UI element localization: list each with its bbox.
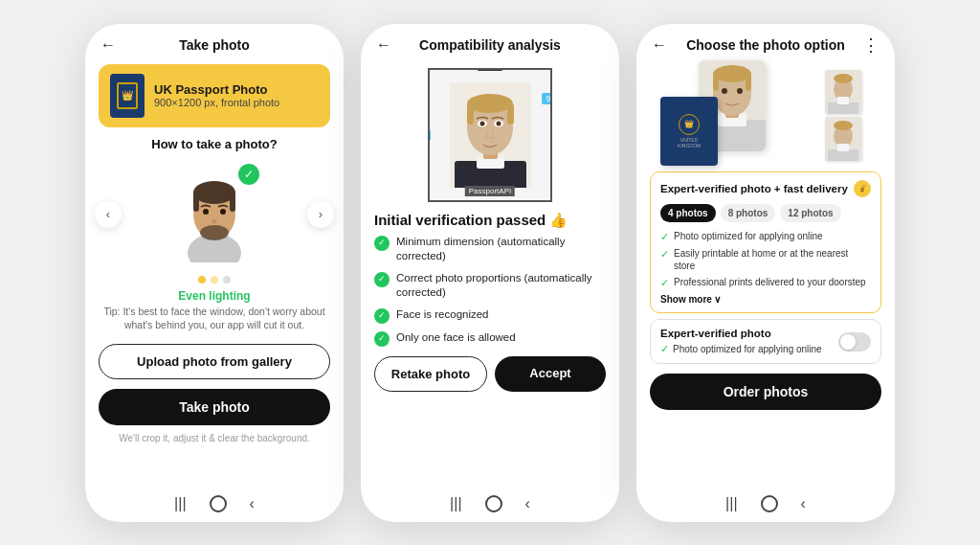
compat-photo-area: 900 100 96 %	[361, 60, 619, 212]
passport-crest-icon: 👑	[122, 90, 133, 101]
expert-feature-text: Photo optimized for applying online	[673, 344, 822, 354]
face-analysis-illustration	[450, 82, 531, 188]
nav-menu-icon[interactable]: |||	[174, 495, 186, 512]
upload-gallery-button[interactable]: Upload photo from gallery	[99, 344, 330, 379]
check-text-2: Correct photo proportions (automatically…	[396, 271, 606, 301]
feature-text-2: Easily printable at home or at the neare…	[674, 247, 871, 272]
expert-title-text: Expert-verified photo + fast delivery	[660, 183, 848, 194]
carousel-area: ‹	[85, 157, 344, 272]
feature-item-1: ✓ Photo optimized for applying online	[660, 230, 871, 243]
svg-point-9	[212, 219, 217, 223]
passport-badge[interactable]: 👑 UK Passport Photo 900×1200 px, frontal…	[99, 64, 330, 127]
check-item-3: ✓ Face is recognized	[374, 307, 606, 324]
face-wrapper: ✓	[171, 162, 257, 266]
check-green-3: ✓	[660, 276, 669, 289]
screen-choose-option: ← Choose the photo option ⋮	[636, 24, 895, 522]
screen-compatibility: ← Compatibility analysis 900 100 96 %	[361, 24, 619, 522]
dimension-top-label: 900	[477, 68, 502, 71]
svg-point-31	[737, 88, 743, 94]
nav-bar-s1: ||| ‹	[85, 488, 344, 522]
feature-list: ✓ Photo optimized for applying online ✓ …	[660, 230, 871, 290]
nav-menu-icon-s2[interactable]: |||	[450, 495, 461, 512]
strip-photo-1	[825, 70, 861, 114]
passport-text-small: UNITEDKINGDOM	[678, 137, 701, 148]
nav-back-icon[interactable]: ‹	[250, 495, 255, 512]
lighting-tip: Tip: It's best to face the window, don't…	[85, 305, 344, 332]
how-to-title: How to take a photo?	[85, 137, 344, 151]
photo-tabs: 4 photos 8 photos 12 photos	[660, 204, 871, 222]
crop-note: We'll crop it, adjust it & clear the bac…	[85, 433, 344, 447]
more-button-s3[interactable]: ⋮	[862, 34, 880, 56]
passport-inner: 👑	[117, 82, 138, 109]
svg-rect-29	[746, 74, 751, 91]
svg-point-39	[834, 121, 853, 130]
svg-point-34	[834, 74, 853, 83]
check-icon-1: ✓	[374, 236, 390, 251]
back-button-s2[interactable]: ←	[376, 36, 391, 54]
back-button-s3[interactable]: ←	[652, 36, 667, 54]
check-green-1: ✓	[660, 230, 669, 243]
carousel-prev[interactable]: ‹	[95, 201, 122, 228]
svg-point-19	[479, 121, 484, 125]
svg-point-8	[220, 209, 226, 215]
nav-home-icon-s2[interactable]	[485, 495, 502, 512]
feature-item-2: ✓ Easily printable at home or at the nea…	[660, 247, 871, 272]
passport-api-label: PassportAPI	[465, 186, 515, 196]
nav-home-icon-s3[interactable]	[761, 495, 778, 512]
nav-menu-icon-s3[interactable]: |||	[725, 495, 737, 512]
svg-rect-41	[837, 144, 849, 151]
face-in-box	[447, 82, 533, 188]
carousel-next[interactable]: ›	[307, 201, 334, 228]
svg-rect-4	[193, 193, 199, 212]
tab-4-photos[interactable]: 4 photos	[660, 204, 716, 222]
take-photo-button[interactable]: Take photo	[99, 389, 330, 425]
expert-photo-title: Expert-verified photo	[660, 328, 822, 339]
screen-take-photo: ← Take photo 👑 UK Passport Photo 900×120…	[85, 24, 344, 522]
svg-rect-28	[713, 74, 719, 91]
check-green-4: ✓	[660, 343, 669, 355]
svg-point-21	[496, 121, 501, 125]
feature-item-3: ✓ Professional prints delivered to your …	[660, 276, 871, 289]
check-green-2: ✓	[660, 247, 669, 261]
svg-point-7	[203, 209, 209, 215]
photo-options-area: 👑 UNITEDKINGDOM	[636, 60, 895, 171]
nav-home-icon[interactable]	[210, 495, 227, 512]
expert-title: Expert-verified photo + fast delivery 💰	[660, 180, 871, 197]
nav-back-icon-s2[interactable]: ‹	[525, 495, 530, 512]
carousel-dots	[85, 276, 344, 284]
feature-text-3: Professional prints delivered to your do…	[674, 276, 866, 288]
action-buttons: Retake photo Accept	[374, 356, 606, 392]
expert-photo-toggle[interactable]	[838, 332, 871, 352]
dot-1	[198, 276, 206, 284]
show-more-button[interactable]: Show more ∨	[660, 294, 871, 305]
screen1-header: ← Take photo	[85, 24, 344, 60]
toggle-knob	[840, 334, 856, 350]
dimension-side-label: 100	[428, 129, 431, 141]
svg-point-30	[722, 88, 727, 94]
face-check-badge: ✓	[238, 164, 259, 185]
back-button-s1[interactable]: ←	[100, 36, 116, 54]
check-item-4: ✓ Only one face is allowed	[374, 330, 606, 347]
dimension-right-label: 96 %	[542, 93, 552, 104]
nav-back-icon-s3[interactable]: ‹	[801, 495, 806, 512]
photo-combo: 👑 UNITEDKINGDOM	[660, 60, 871, 166]
chevron-down-icon: ∨	[714, 294, 721, 305]
carousel-content: ✓	[122, 162, 307, 266]
tab-12-photos[interactable]: 12 photos	[780, 204, 840, 222]
tab-8-photos[interactable]: 8 photos	[721, 204, 776, 222]
retake-button[interactable]: Retake photo	[374, 356, 487, 392]
order-photos-button[interactable]: Order photos	[650, 374, 881, 410]
passport-title: UK Passport Photo	[154, 82, 279, 97]
check-text-4: Only one face is allowed	[396, 330, 516, 346]
strip-photo-2	[825, 117, 861, 161]
svg-point-15	[467, 94, 513, 113]
check-item-2: ✓ Correct photo proportions (automatical…	[374, 271, 606, 301]
lighting-label: Even lighting	[85, 289, 344, 303]
svg-rect-17	[507, 103, 514, 125]
dot-2	[211, 276, 218, 284]
nav-bar-s2: ||| ‹	[361, 488, 619, 522]
svg-point-6	[200, 225, 229, 240]
passport-dims: 900×1200 px, frontal photo	[154, 97, 279, 108]
accept-button[interactable]: Accept	[495, 356, 606, 392]
svg-rect-5	[230, 193, 235, 212]
